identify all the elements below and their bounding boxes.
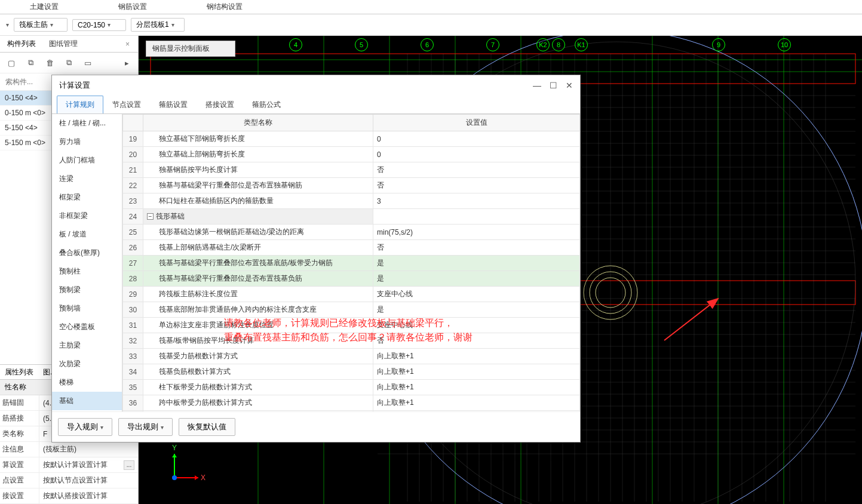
dialog-tab[interactable]: 箍筋设置 <box>150 96 197 113</box>
category-item[interactable]: 剪力墙 <box>52 133 122 151</box>
rule-value[interactable]: 否 <box>373 240 580 256</box>
chevron-down-icon[interactable]: ▾ <box>6 21 9 28</box>
rule-value[interactable]: 是 <box>373 256 580 271</box>
close-icon[interactable]: ✕ <box>566 81 573 90</box>
rule-value[interactable]: 向上取整+1 <box>373 395 580 411</box>
tab-rebar[interactable]: 钢筋设置 <box>88 0 177 14</box>
dialog-tab[interactable]: 箍筋公式 <box>243 96 290 113</box>
rule-value[interactable]: 0 <box>373 147 580 162</box>
tab-civil[interactable]: 土建设置 <box>0 0 88 14</box>
table-row[interactable]: 37筏板/承台边部集水坑底筋在边缘弯折长度15*d <box>123 411 580 412</box>
table-row[interactable]: 36跨中板带受力筋根数计算方式向上取整+1 <box>123 395 580 411</box>
grid-label: K2 <box>536 38 550 51</box>
rule-value[interactable]: 是 <box>373 302 580 318</box>
rule-value[interactable]: 3 <box>373 193 580 209</box>
grid-label: 4 <box>289 38 302 51</box>
rule-value[interactable]: 向上取整+1 <box>373 380 580 395</box>
copy-icon[interactable]: ⧉ <box>24 56 37 69</box>
paste-icon[interactable]: ⧉ <box>62 56 75 69</box>
category-item[interactable]: 人防门框墙 <box>52 151 122 170</box>
table-row[interactable]: 29跨筏板主筋标注长度位置支座中心线 <box>123 287 580 302</box>
property-value[interactable]: 按默认节点设置计算 <box>39 473 138 488</box>
rule-value[interactable]: 向上取整+1 <box>373 364 580 380</box>
rebar-display-panel[interactable]: 钢筋显示控制面板 <box>146 41 235 57</box>
rule-name: 筏形基础边缘第一根钢筋距基础边/梁边的距离 <box>143 225 373 240</box>
rule-value[interactable]: 15*d <box>373 411 580 412</box>
property-row: 点设置按默认节点设置计算 <box>0 473 138 488</box>
rule-value[interactable]: 否 <box>373 162 580 178</box>
new-icon[interactable]: ▢ <box>5 56 18 69</box>
property-label: 类名称 <box>0 426 39 441</box>
more-icon[interactable]: ... <box>124 460 134 470</box>
table-row[interactable]: 21独基钢筋按平均长度计算否 <box>123 162 580 178</box>
grid-label: 9 <box>712 38 725 51</box>
rule-name: 筏基受力筋根数计算方式 <box>143 349 373 364</box>
dialog-tab[interactable]: 搭接设置 <box>197 96 243 113</box>
export-rules-button[interactable]: 导出规则 ▾ <box>118 418 173 436</box>
category-item[interactable]: 预制墙 <box>52 299 122 318</box>
category-item[interactable]: 预制梁 <box>52 281 122 299</box>
category-item[interactable]: 连梁 <box>52 170 122 188</box>
category-item[interactable]: 主肋梁 <box>52 336 122 355</box>
layer-dropdown[interactable]: 分层筏板1 ▾ <box>131 18 185 32</box>
rule-value[interactable]: 是 <box>373 271 580 287</box>
table-row[interactable]: 32筏基/板带钢筋按平均长度计算否 <box>123 333 580 349</box>
reset-defaults-button[interactable]: 恢复默认值 <box>179 418 235 436</box>
rule-name: 跨中板带受力筋根数计算方式 <box>143 395 373 411</box>
table-row[interactable]: 27筏基与基础梁平行重叠部位布置筏基底筋/板带受力钢筋是 <box>123 256 580 271</box>
property-value[interactable]: (筏板主筋) <box>39 442 138 457</box>
maximize-icon[interactable]: ☐ <box>550 81 557 90</box>
rule-value[interactable]: 支座中心线 <box>373 287 580 302</box>
table-row[interactable]: 24−筏形基础 <box>123 209 580 225</box>
rule-value[interactable]: 支座中心线 <box>373 318 580 333</box>
dialog-tab[interactable]: 计算规则 <box>57 96 103 113</box>
import-rules-button[interactable]: 导入规则 ▾ <box>58 418 112 436</box>
selector-bar: ▾ 筏板主筋 ▾ C20-150 ▾ 分层筏板1 ▾ <box>0 14 862 36</box>
rule-value[interactable]: 向上取整+1 <box>373 349 580 364</box>
close-icon[interactable]: × <box>121 40 134 48</box>
table-row[interactable]: 23杯口短柱在基础插筋区内的箍筋数量3 <box>123 193 580 209</box>
table-row[interactable]: 31单边标注支座非贯通筋标注长度位置支座中心线 <box>123 318 580 333</box>
more-icon[interactable]: ▸ <box>120 56 133 69</box>
tab-drawing-manage[interactable]: 图纸管理 <box>45 36 81 51</box>
table-row[interactable]: 20独立基础上部钢筋弯折长度0 <box>123 147 580 162</box>
rebar-type-dropdown[interactable]: 筏板主筋 ▾ <box>14 18 68 32</box>
tab-component-list[interactable]: 构件列表 <box>4 36 39 51</box>
table-row[interactable]: 22独基与基础梁平行重叠部位是否布置独基钢筋否 <box>123 178 580 193</box>
collapse-icon[interactable]: − <box>147 213 154 220</box>
grade-dropdown[interactable]: C20-150 ▾ <box>72 19 126 31</box>
category-item[interactable]: 叠合板(整厚) <box>52 244 122 262</box>
table-row[interactable]: 35柱下板带受力筋根数计算方式向上取整+1 <box>123 380 580 395</box>
table-row[interactable]: 34筏基负筋根数计算方式向上取整+1 <box>123 364 580 380</box>
category-item[interactable]: 柱 / 墙柱 / 砌... <box>52 114 122 133</box>
minimize-icon[interactable]: — <box>533 81 541 90</box>
category-item[interactable]: 框架梁 <box>52 188 122 207</box>
dialog-tab[interactable]: 节点设置 <box>103 96 150 113</box>
row-number: 26 <box>123 240 143 256</box>
rule-value[interactable] <box>373 209 580 225</box>
category-item[interactable]: 次肋梁 <box>52 355 122 373</box>
table-row[interactable]: 30筏基底部附加非贯通筋伸入跨内的标注长度含支座是 <box>123 302 580 318</box>
table-row[interactable]: 26筏基上部钢筋遇基础主/次梁断开否 <box>123 240 580 256</box>
rule-value[interactable]: 否 <box>373 333 580 349</box>
category-item[interactable]: 楼梯 <box>52 373 122 392</box>
tab-properties[interactable]: 属性列表 <box>0 365 38 380</box>
tab-steel[interactable]: 钢结构设置 <box>177 0 272 14</box>
category-item[interactable]: 空心楼盖板 <box>52 318 122 336</box>
property-value[interactable]: 按默认搭接设置计算 <box>39 488 138 503</box>
rule-value[interactable]: 否 <box>373 178 580 193</box>
category-item[interactable]: 板 / 坡道 <box>52 225 122 244</box>
table-row[interactable]: 25筏形基础边缘第一根钢筋距基础边/梁边的距离min(75,s/2) <box>123 225 580 240</box>
table-row[interactable]: 28筏基与基础梁平行重叠部位是否布置筏基负筋是 <box>123 271 580 287</box>
layer-icon[interactable]: ▭ <box>81 56 94 69</box>
table-row[interactable]: 19独立基础下部钢筋弯折长度0 <box>123 131 580 147</box>
table-row[interactable]: 33筏基受力筋根数计算方式向上取整+1 <box>123 349 580 364</box>
rule-name: 跨筏板主筋标注长度位置 <box>143 287 373 302</box>
property-value[interactable]: 按默认计算设置计算... <box>39 457 138 472</box>
rule-value[interactable]: min(75,s/2) <box>373 225 580 240</box>
category-item[interactable]: 非框架梁 <box>52 207 122 225</box>
delete-icon[interactable]: 🗑 <box>43 56 56 69</box>
category-item[interactable]: 基础 <box>52 392 122 410</box>
category-item[interactable]: 预制柱 <box>52 262 122 281</box>
rule-value[interactable]: 0 <box>373 131 580 147</box>
